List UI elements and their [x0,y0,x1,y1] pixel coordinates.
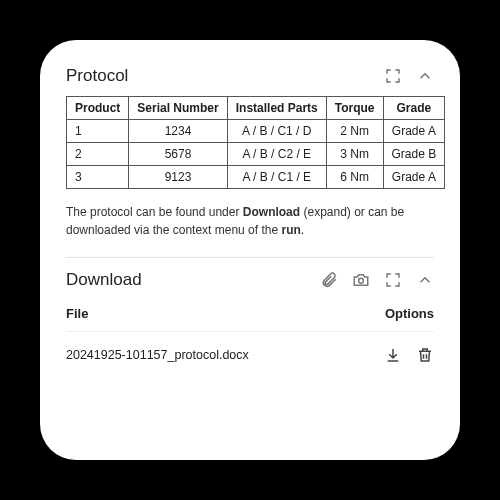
download-header-icons [320,271,434,289]
trash-icon[interactable] [416,346,434,364]
table-row: 3 9123 A / B / C1 / E 6 Nm Grade A [67,166,445,189]
cell-torque: 6 Nm [326,166,383,189]
cell-torque: 2 Nm [326,120,383,143]
section-divider [66,257,434,258]
protocol-table: Product Serial Number Installed Parts To… [66,96,445,189]
protocol-header-icons [384,67,434,85]
svg-point-0 [359,278,364,283]
col-parts: Installed Parts [227,97,326,120]
table-row: 2 5678 A / B / C2 / E 3 Nm Grade B [67,143,445,166]
camera-icon[interactable] [352,271,370,289]
col-product: Product [67,97,129,120]
cell-grade: Grade A [383,166,445,189]
cell-parts: A / B / C1 / D [227,120,326,143]
protocol-header: Protocol [66,66,434,86]
col-options: Options [385,306,434,321]
col-torque: Torque [326,97,383,120]
protocol-title: Protocol [66,66,128,86]
col-file: File [66,306,88,321]
fullscreen-icon[interactable] [384,67,402,85]
cell-parts: A / B / C1 / E [227,166,326,189]
attachment-icon[interactable] [320,271,338,289]
note-text: The protocol can be found under [66,205,243,219]
cell-product: 2 [67,143,129,166]
table-row: 1 1234 A / B / C1 / D 2 Nm Grade A [67,120,445,143]
table-header-row: Product Serial Number Installed Parts To… [67,97,445,120]
chevron-up-icon[interactable] [416,67,434,85]
download-columns: File Options [66,300,434,332]
col-grade: Grade [383,97,445,120]
download-title: Download [66,270,142,290]
file-actions [384,346,434,364]
note-bold: run [281,223,300,237]
fullscreen-icon[interactable] [384,271,402,289]
cell-grade: Grade B [383,143,445,166]
cell-product: 1 [67,120,129,143]
download-icon[interactable] [384,346,402,364]
cell-serial: 9123 [129,166,227,189]
chevron-up-icon[interactable] [416,271,434,289]
col-serial: Serial Number [129,97,227,120]
cell-grade: Grade A [383,120,445,143]
note-text: . [301,223,304,237]
download-header: Download [66,270,434,290]
cell-torque: 3 Nm [326,143,383,166]
cell-product: 3 [67,166,129,189]
cell-serial: 5678 [129,143,227,166]
protocol-note: The protocol can be found under Download… [66,203,434,239]
card: Protocol Product Serial Number Installed… [40,40,460,460]
file-name: 20241925-101157_protocol.docx [66,348,249,362]
cell-serial: 1234 [129,120,227,143]
note-bold: Download [243,205,300,219]
file-row: 20241925-101157_protocol.docx [66,332,434,378]
cell-parts: A / B / C2 / E [227,143,326,166]
